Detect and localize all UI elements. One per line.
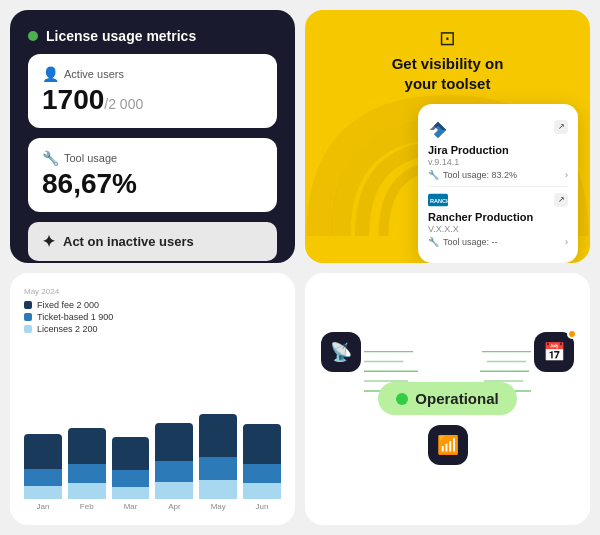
- bar-group-may: May: [199, 414, 237, 511]
- rancher-logo: RANCHER: [428, 193, 448, 207]
- license-card-title: License usage metrics: [28, 28, 277, 44]
- bar-label: May: [211, 502, 226, 511]
- bar-fixed: [199, 414, 237, 457]
- operational-status: Operational: [378, 382, 516, 415]
- bar-ticket: [68, 464, 106, 483]
- chart-card: May 2024 Fixed fee 2 000 Ticket-based 1 …: [10, 273, 295, 526]
- bar-ticket: [199, 457, 237, 480]
- bar-licenses: [199, 480, 237, 499]
- tool-item-rancher: RANCHER Rancher Production V.X.X.X ↗ 🔧 T…: [428, 187, 568, 253]
- tool-usage-label: 🔧 Tool usage: [42, 150, 263, 166]
- phone-mockup: Jira Production v.9.14.1 ↗ 🔧 Tool usage:…: [418, 104, 578, 263]
- bar-licenses: [68, 483, 106, 499]
- wifi-icon-badge: 📡: [321, 332, 361, 372]
- bar-fixed: [24, 434, 62, 469]
- bar-fixed: [112, 437, 150, 470]
- bar-group-jun: Jun: [243, 424, 281, 511]
- svg-text:RANCHER: RANCHER: [430, 197, 448, 203]
- chart-date: May 2024: [24, 287, 281, 296]
- bar-licenses: [243, 483, 281, 499]
- status-dot: [28, 31, 38, 41]
- bar-label: Jun: [256, 502, 269, 511]
- tool-usage-value: 86,67%: [42, 168, 263, 200]
- bar-licenses: [155, 482, 193, 499]
- toolset-card: ⊡ Get visibility on your toolset Jira Pr…: [305, 10, 590, 263]
- chart-legend: Fixed fee 2 000 Ticket-based 1 900 Licen…: [24, 300, 281, 334]
- bar-group-feb: Feb: [68, 428, 106, 511]
- active-users-value: 1700/2 000: [42, 84, 263, 116]
- bar-group-jan: Jan: [24, 434, 62, 511]
- chart-area: JanFebMarAprMayJun: [24, 340, 281, 512]
- operational-dot: [396, 393, 408, 405]
- active-users-box: 👤 Active users 1700/2 000: [28, 54, 277, 128]
- legend-ticket: Ticket-based 1 900: [24, 312, 281, 322]
- bar-label: Apr: [168, 502, 180, 511]
- bar-group-apr: Apr: [155, 423, 193, 511]
- act-on-inactive-button[interactable]: ✦ Act on inactive users: [28, 222, 277, 261]
- bar-licenses: [112, 487, 150, 499]
- wifi-slash-icon-badge: 📶: [428, 425, 468, 465]
- legend-fixed: Fixed fee 2 000: [24, 300, 281, 310]
- bar-label: Feb: [80, 502, 94, 511]
- jira-logo: [428, 120, 448, 140]
- calendar-icon-badge: 📅: [534, 332, 574, 372]
- bar-ticket: [112, 470, 150, 487]
- jira-external-link[interactable]: ↗: [554, 120, 568, 134]
- bar-label: Mar: [124, 502, 138, 511]
- bar-ticket: [243, 464, 281, 483]
- icons-row-bottom: 📶: [321, 425, 574, 465]
- rancher-external-link[interactable]: ↗: [554, 193, 568, 207]
- wifi-icon: 📡: [330, 341, 352, 363]
- bar-label: Jan: [36, 502, 49, 511]
- bar-ticket: [24, 469, 62, 486]
- legend-licenses: Licenses 2 200: [24, 324, 281, 334]
- bars-container: JanFebMarAprMayJun: [24, 421, 281, 511]
- bar-group-mar: Mar: [112, 437, 150, 511]
- calendar-icon: 📅: [543, 341, 565, 363]
- bar-fixed: [155, 423, 193, 461]
- wifi-slash-icon: 📶: [437, 434, 459, 456]
- tool-usage-box: 🔧 Tool usage 86,67%: [28, 138, 277, 212]
- license-card: License usage metrics 👤 Active users 170…: [10, 10, 295, 263]
- bar-licenses: [24, 486, 62, 499]
- bar-fixed: [68, 428, 106, 464]
- bar-fixed: [243, 424, 281, 464]
- active-users-label: 👤 Active users: [42, 66, 263, 82]
- tool-item-jira: Jira Production v.9.14.1 ↗ 🔧 Tool usage:…: [428, 114, 568, 187]
- operational-card: 📡 📅 Operational 📶: [305, 273, 590, 526]
- bar-ticket: [155, 461, 193, 482]
- sparkle-icon: ✦: [42, 232, 55, 251]
- icons-row-top: 📡 📅: [321, 332, 574, 372]
